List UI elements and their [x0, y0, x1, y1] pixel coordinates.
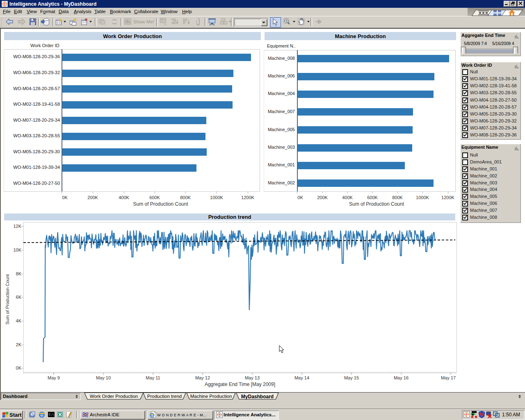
svg-text:C:\: C:\ [49, 413, 54, 416]
